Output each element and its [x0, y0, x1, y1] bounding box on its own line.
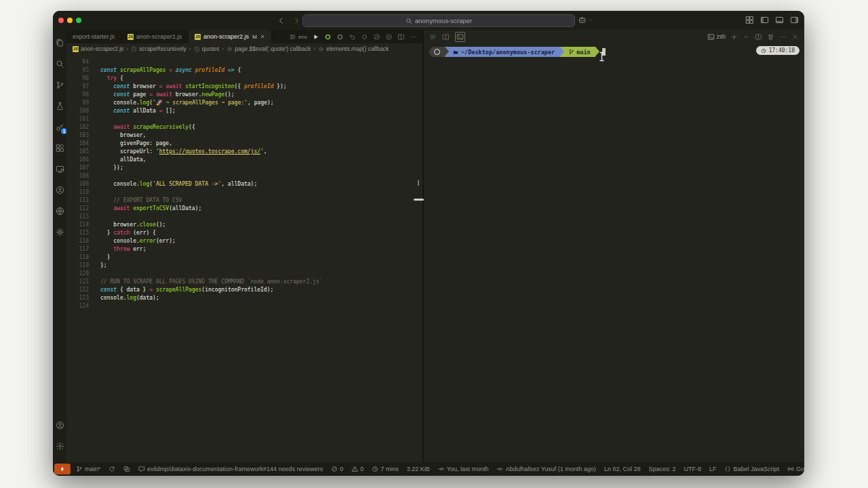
code-line[interactable]: 101: [66, 115, 422, 123]
columns-icon[interactable]: [442, 33, 450, 41]
status-go-live[interactable]: Go Live: [783, 462, 804, 476]
activity-remote-explorer-button[interactable]: [53, 160, 66, 178]
status-file-size[interactable]: 3.22 KiB: [403, 462, 434, 476]
code-line[interactable]: 106 allData,: [66, 156, 422, 164]
status-indentation[interactable]: Spaces: 2: [644, 462, 679, 476]
code-line[interactable]: 97 const browser = await startIncogniton…: [66, 83, 422, 91]
code-line[interactable]: 99 console.log('🚀 ~ scrapeAllPages ~ pag…: [66, 99, 422, 107]
play-circle-icon[interactable]: [385, 33, 393, 41]
code-line[interactable]: 121// RUN TO SCRAPE ALL PAGES USING THE …: [66, 278, 422, 286]
status-language-mode[interactable]: Babel JavaScript: [720, 462, 783, 476]
donut-grey-icon[interactable]: [336, 33, 344, 41]
status-blame-author[interactable]: Abdulhafeez Yusuf (1 month ago): [492, 462, 599, 476]
code-line[interactable]: 98 const page = await browser.newPage();: [66, 91, 422, 99]
code-line[interactable]: 104 givenPage: page,: [66, 140, 422, 148]
zoom-window-button[interactable]: [76, 18, 81, 23]
status-encoding[interactable]: UTF-8: [679, 462, 705, 476]
activity-kubernetes-button[interactable]: [53, 223, 66, 241]
terminal-panel[interactable]: zsh ~/Desktop/anonymous-scraper main 17:…: [424, 30, 804, 462]
breadcrumb-item[interactable]: page.$$eval('.quote') callback: [226, 45, 311, 52]
status-cursor-position[interactable]: Ln 62, Col 28: [600, 462, 645, 476]
status-errors[interactable]: 0: [327, 462, 347, 476]
sliders-icon[interactable]: [289, 33, 296, 41]
code-line[interactable]: 100 const allData = [];: [66, 107, 422, 115]
sash-drag-handle[interactable]: [414, 199, 424, 201]
breadcrumb-item[interactable]: scrapeRecursively: [131, 45, 186, 52]
code-line[interactable]: 113: [66, 213, 422, 221]
status-eol[interactable]: LF: [705, 462, 721, 476]
code-line[interactable]: 107 });: [66, 164, 422, 172]
code-line[interactable]: 95const scrapeAllPages = async profileId…: [66, 66, 422, 75]
status-compare-changes[interactable]: [119, 462, 134, 476]
more-icon[interactable]: [779, 33, 787, 41]
status-time-tracker[interactable]: 7 mins: [368, 462, 403, 476]
code-line[interactable]: 114 browser.close();: [66, 221, 422, 229]
code-line[interactable]: 110: [66, 188, 422, 197]
code-line[interactable]: 108: [66, 172, 422, 180]
activity-search-button[interactable]: [53, 55, 66, 73]
code-line[interactable]: 123console.log(data);: [66, 294, 422, 302]
breadcrumb-item[interactable]: quotes: [194, 45, 220, 52]
undo-icon[interactable]: [349, 33, 356, 41]
split-icon[interactable]: [397, 33, 405, 41]
status-warnings[interactable]: 0: [347, 462, 368, 476]
env-switcher-label[interactable]: env: [298, 34, 307, 40]
panel-bottom-icon[interactable]: [775, 16, 784, 24]
activity-account-button[interactable]: [53, 416, 66, 434]
code-line[interactable]: 102 await scrapeRecursively({: [66, 123, 422, 131]
tab-export-starter.js[interactable]: export-starter.js: [66, 30, 121, 43]
code-line[interactable]: 109 console.log('ALL SCRAPED DATA ->', a…: [66, 180, 422, 188]
status-remote-indicator[interactable]: [54, 464, 71, 474]
code-line[interactable]: 103 browser,: [66, 131, 422, 140]
code-line[interactable]: 105 scrapeUrl: 'https://quotes.toscrape.…: [66, 148, 422, 156]
close-icon[interactable]: [791, 33, 799, 41]
navigate-back-icon[interactable]: [277, 16, 285, 25]
breadcrumb-item[interactable]: elements.map() callback: [318, 45, 389, 52]
status-sync[interactable]: [104, 462, 119, 476]
code-line[interactable]: 111 // EXPORT DATA TO CSV: [66, 197, 422, 205]
terminal-shell-tab[interactable]: zsh: [707, 33, 726, 41]
activity-settings-gear-button[interactable]: [53, 437, 66, 455]
trash-icon[interactable]: [767, 33, 774, 41]
activity-docker-button[interactable]: [53, 202, 66, 220]
code-line[interactable]: 94: [66, 58, 422, 66]
activity-keys-button[interactable]: 1: [53, 118, 66, 136]
sidebar-left-icon[interactable]: [760, 16, 769, 24]
donut-green-icon[interactable]: [324, 33, 332, 41]
activity-source-control-button[interactable]: [53, 76, 66, 94]
copilot-menu[interactable]: [578, 16, 593, 24]
sidebar-right-icon[interactable]: [790, 16, 799, 24]
code-line[interactable]: 117 throw err;: [66, 245, 422, 253]
chev-down-icon[interactable]: [743, 33, 750, 41]
split-icon[interactable]: [755, 33, 762, 41]
more-icon[interactable]: [410, 33, 417, 41]
plus-icon[interactable]: [730, 33, 738, 41]
breadcrumb-item[interactable]: JSanon-scraper2.js: [73, 45, 123, 52]
code-line[interactable]: 119};: [66, 262, 422, 270]
list-icon[interactable]: [429, 33, 437, 41]
activity-test-flask-button[interactable]: [53, 97, 66, 115]
close-tab-icon[interactable]: [260, 34, 265, 39]
code-line[interactable]: 116 console.error(err);: [66, 237, 422, 245]
navigate-forward-icon[interactable]: [292, 16, 301, 25]
tab-anon-scraper2.js[interactable]: JSanon-scraper2.jsM: [189, 30, 272, 43]
status-blame-you[interactable]: You, last month: [434, 462, 493, 476]
tab-anon-scraper1.js[interactable]: JSanon-scraper1.js: [121, 30, 189, 43]
activity-files-button[interactable]: [53, 34, 66, 52]
close-window-button[interactable]: [58, 18, 64, 23]
status-git-branch[interactable]: main*: [72, 462, 104, 476]
code-line[interactable]: 124: [66, 302, 422, 310]
code-line[interactable]: 115 } catch (err) {: [66, 229, 422, 237]
play-icon[interactable]: [312, 33, 319, 41]
code-line[interactable]: 122const { data } = scrapeAllPages(incog…: [66, 286, 422, 294]
circle-sm-icon[interactable]: [361, 33, 368, 41]
status-github-notification[interactable]: evildmp/diataxis-documentation-framework…: [134, 462, 327, 476]
activity-live-share-button[interactable]: [53, 181, 66, 199]
code-line[interactable]: 112 await exportToCSV(allData);: [66, 205, 422, 213]
activity-extensions-button[interactable]: [53, 139, 66, 157]
layout-grid-icon[interactable]: [745, 16, 754, 24]
circle-slash-icon[interactable]: [373, 33, 380, 41]
code-line[interactable]: 118 }: [66, 253, 422, 262]
command-center-search[interactable]: anonymous-scraper: [302, 14, 575, 27]
code-editor[interactable]: 9495const scrapeAllPages = async profile…: [66, 54, 422, 462]
